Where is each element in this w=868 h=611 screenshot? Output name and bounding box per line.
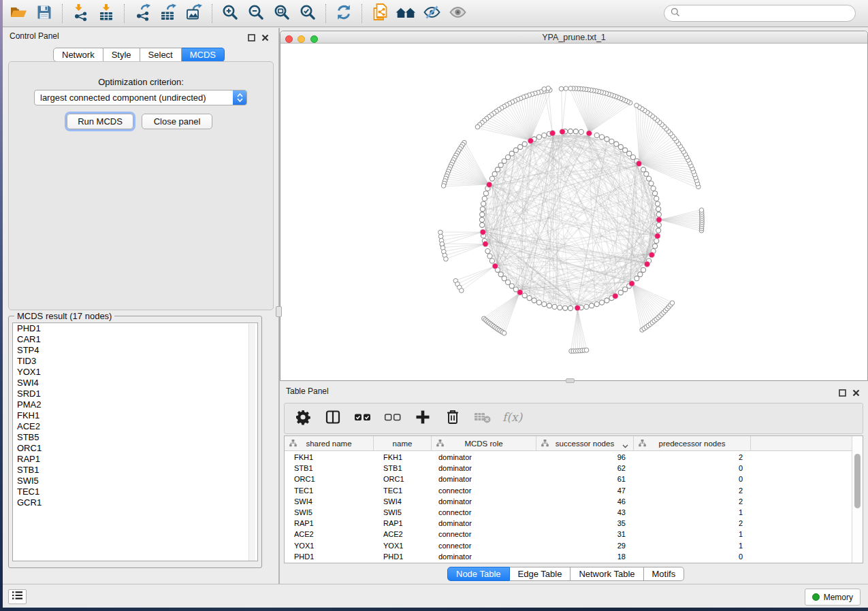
import-table-button[interactable] [93,2,119,25]
delete-column-button[interactable] [472,408,493,429]
table-row-TEC1[interactable]: TEC1TEC1connector472 [285,485,852,496]
column-header-MCDS-role[interactable]: MCDS role [432,436,536,451]
show-column-button[interactable] [323,408,343,429]
delete-row-button[interactable] [443,408,463,429]
table-row-ACE2[interactable]: ACE2ACE2connector311 [285,529,852,540]
table-row-RAP1[interactable]: RAP1RAP1dominator352 [285,518,852,529]
mcds-result-item[interactable]: TID3 [13,356,257,367]
cell-name: SWI4 [374,497,432,506]
tab-network[interactable]: Network [53,48,103,62]
mcds-result-item[interactable]: ACE2 [13,421,257,432]
open-file-button[interactable] [5,2,31,25]
mcds-result-item[interactable]: STB1 [13,465,257,476]
mcds-result-item[interactable]: FKH1 [13,410,257,421]
tab-node-table[interactable]: Node Table [447,567,510,581]
column-header-successor-nodes[interactable]: successor nodes [536,436,634,451]
tab-motifs[interactable]: Motifs [644,567,685,581]
homes-button[interactable] [393,2,419,25]
export-table-icon [159,3,177,24]
table-row-FKH1[interactable]: FKH1FKH1dominator962 [285,452,852,463]
cell-successor-nodes: 35 [536,519,634,527]
mcds-list-scrollbar[interactable] [248,324,255,561]
mcds-result-item[interactable]: SWI5 [13,476,257,486]
search-input[interactable] [684,7,855,20]
export-image-button[interactable] [181,2,207,25]
tab-mcds[interactable]: MCDS [182,48,225,62]
mcds-result-item[interactable]: PHD1 [13,323,257,334]
deselect-all-button[interactable] [383,408,403,429]
close-panel-icon[interactable] [261,32,269,44]
close-panel-button[interactable]: Close panel [142,114,212,129]
table-settings-button[interactable] [293,408,313,429]
table-row-SWI4[interactable]: SWI4SWI4dominator462 [285,496,852,507]
show-elements-button[interactable] [445,2,470,25]
function-builder-button[interactable]: f(x) [502,408,523,429]
mcds-result-item[interactable]: SWI4 [13,378,257,389]
add-row-button[interactable] [413,408,433,429]
tab-select[interactable]: Select [140,48,182,62]
select-all-button[interactable] [353,408,373,429]
search-field[interactable] [664,5,856,22]
cell-predecessor-nodes: 2 [634,453,751,461]
cell-shared-name: ACE2 [285,530,374,538]
run-mcds-button[interactable]: Run MCDS [67,114,133,129]
table-scrollbar[interactable] [852,436,863,563]
zoom-in-button[interactable] [217,2,243,25]
table-row-ORC1[interactable]: ORC1ORC1dominator610 [285,474,852,484]
column-header-shared-name[interactable]: shared name [285,436,374,451]
mcds-result-item[interactable]: ORC1 [13,443,257,454]
table-row-STB1[interactable]: STB1STB1dominator620 [285,463,852,474]
cell-name: SWI5 [374,508,432,516]
vertical-splitter-handle[interactable] [276,306,282,317]
network-window-titlebar[interactable]: YPA_prune.txt_1 [280,31,867,44]
plus-icon [415,409,431,428]
mcds-result-item[interactable]: GCR1 [13,497,257,508]
mcds-result-list[interactable]: PHD1CAR1STP4TID3YOX1SWI4SRD1PMA2FKH1ACE2… [12,323,258,561]
mcds-result-item[interactable]: TEC1 [13,486,257,497]
list-icon [12,591,23,603]
zoom-fit-button[interactable] [269,2,295,25]
cell-predecessor-nodes: 0 [634,464,751,472]
mcds-result-item[interactable]: STB5 [13,432,257,443]
cell-MCDS-role: connector [432,508,536,516]
network-canvas[interactable] [280,44,867,380]
cell-name: PHD1 [374,552,432,561]
refresh-button[interactable] [331,2,357,25]
tab-network-table[interactable]: Network Table [570,567,643,581]
optimization-criterion-select[interactable]: largest connected component (undirected) [34,90,247,105]
zoom-out-button[interactable] [243,2,269,25]
task-history-button[interactable] [8,589,27,604]
mcds-result-item[interactable]: CAR1 [13,334,257,345]
mcds-result-item[interactable]: SRD1 [13,389,257,399]
table-row-YOX1[interactable]: YOX1YOX1connector291 [285,540,852,551]
tab-edge-table[interactable]: Edge Table [510,567,571,581]
float-panel-icon[interactable] [839,387,846,399]
cell-shared-name: YOX1 [285,542,374,550]
delete-column-icon [474,410,492,427]
mcds-result-item[interactable]: PMA2 [13,399,257,410]
memory-button[interactable]: Memory [805,589,861,606]
column-header-predecessor-nodes[interactable]: predecessor nodes [634,436,751,451]
table-row-SWI5[interactable]: SWI5SWI5connector431 [285,507,852,518]
trash-icon [445,409,461,428]
export-network-button[interactable] [129,2,155,25]
column-header-name[interactable]: name [374,436,432,451]
save-session-button[interactable] [31,2,57,25]
zoom-selected-button[interactable] [295,2,321,25]
zoom-in-icon [221,3,239,24]
import-network-button[interactable] [67,2,93,25]
float-panel-icon[interactable] [248,32,255,44]
cell-name: YOX1 [374,542,432,550]
hierarchy-icon [436,440,444,448]
mcds-result-item[interactable]: RAP1 [13,454,257,465]
mcds-result-item[interactable]: YOX1 [13,367,257,378]
horizontal-splitter-handle[interactable] [566,378,575,383]
tab-style[interactable]: Style [103,48,140,62]
table-row-PHD1[interactable]: PHD1PHD1dominator180 [285,551,852,562]
close-panel-icon[interactable] [852,387,860,399]
table-scrollbar-thumb[interactable] [854,454,861,508]
mcds-result-item[interactable]: STP4 [13,345,257,356]
share-document-button[interactable] [367,2,393,25]
hide-elements-button[interactable] [419,2,445,25]
export-table-button[interactable] [155,2,181,25]
